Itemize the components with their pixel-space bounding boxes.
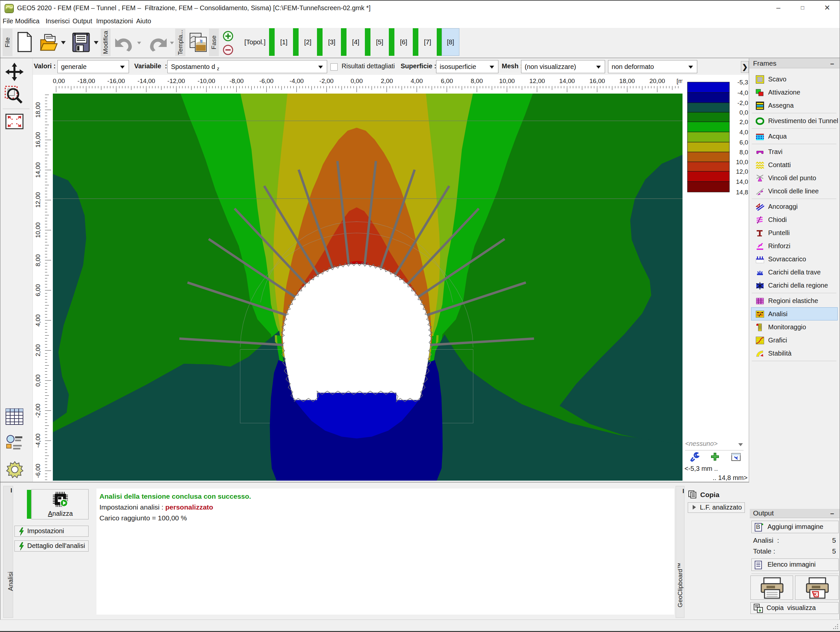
svg-text:12,00: 12,00 (35, 192, 41, 208)
svg-text:-16,00: -16,00 (107, 78, 125, 84)
svg-text:-2,00: -2,00 (319, 78, 333, 84)
svg-text:-4,00: -4,00 (289, 78, 303, 84)
svg-text:-4,0: -4,0 (737, 89, 748, 96)
svg-text:10,0: 10,0 (736, 158, 748, 165)
svg-text:0,00: 0,00 (351, 78, 363, 84)
svg-text:-6,00: -6,00 (35, 464, 41, 478)
svg-text:-8,00: -8,00 (229, 78, 243, 84)
svg-text:14,00: 14,00 (559, 78, 575, 84)
svg-text:8,00: 8,00 (471, 78, 483, 84)
svg-text:18,00: 18,00 (619, 78, 635, 84)
svg-text:8,0: 8,0 (740, 149, 748, 155)
svg-text:4,00: 4,00 (411, 78, 423, 84)
svg-text:6,0: 6,0 (740, 139, 748, 146)
svg-text:-12,00: -12,00 (167, 78, 185, 84)
svg-text:10,00: 10,00 (499, 78, 515, 84)
svg-text:12,0: 12,0 (736, 168, 748, 175)
svg-text:6,00: 6,00 (35, 284, 41, 296)
svg-text:0,0: 0,0 (740, 109, 748, 116)
svg-text:-10,00: -10,00 (197, 78, 215, 84)
svg-text:-4,00: -4,00 (35, 433, 41, 447)
svg-text:B: B (756, 523, 760, 530)
svg-text:-14,00: -14,00 (137, 78, 155, 84)
svg-text:10,00: 10,00 (35, 222, 41, 238)
svg-text:2,00: 2,00 (381, 78, 393, 84)
svg-text:-6,00: -6,00 (259, 78, 273, 84)
svg-text:16,00: 16,00 (35, 132, 41, 148)
svg-text:12,00: 12,00 (529, 78, 545, 84)
svg-text:2,00: 2,00 (35, 344, 41, 356)
svg-text:0,00: 0,00 (35, 375, 41, 387)
svg-text:6,00: 6,00 (441, 78, 453, 84)
svg-text:-5,3: -5,3 (737, 79, 748, 86)
svg-text:8,00: 8,00 (35, 255, 41, 266)
svg-text:18,00: 18,00 (35, 102, 41, 118)
svg-text:-20,00: -20,00 (53, 78, 65, 84)
svg-text:20,00: 20,00 (649, 78, 665, 84)
svg-text:4,00: 4,00 (35, 315, 41, 327)
svg-text:4,0: 4,0 (740, 129, 748, 136)
svg-text:-18,00: -18,00 (77, 78, 95, 84)
svg-text:14,0: 14,0 (736, 178, 748, 185)
svg-text:14,00: 14,00 (35, 162, 41, 178)
svg-text:2,0: 2,0 (740, 119, 748, 125)
svg-text:14,8: 14,8 (736, 189, 748, 196)
svg-text:-2,0: -2,0 (737, 100, 748, 106)
svg-text:-2,00: -2,00 (35, 404, 41, 418)
svg-text:16,00: 16,00 (589, 78, 605, 84)
